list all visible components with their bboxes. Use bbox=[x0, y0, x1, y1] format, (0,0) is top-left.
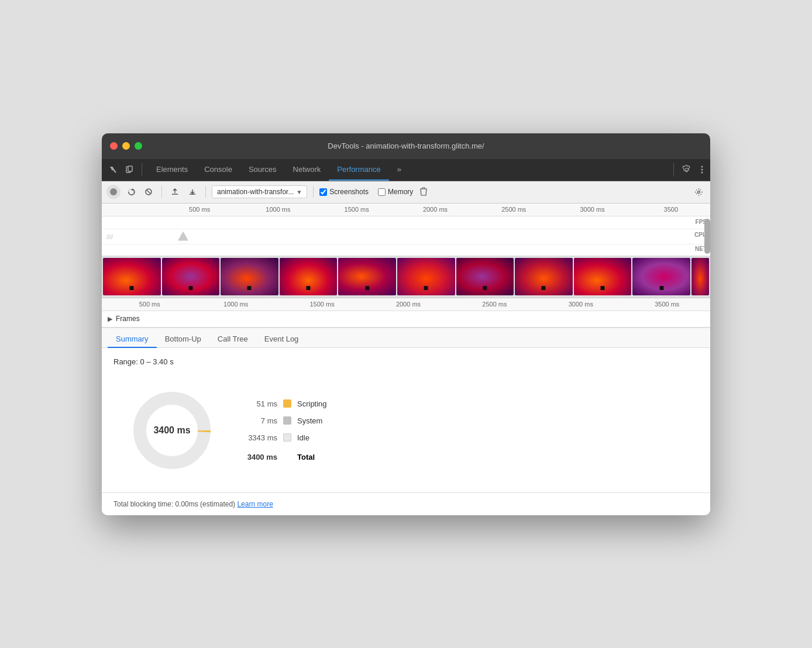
cpu-peak bbox=[178, 232, 188, 241]
film-frame-10[interactable] bbox=[632, 258, 690, 295]
panel-tabs: Summary Bottom-Up Call Tree Event Log bbox=[102, 328, 710, 348]
frames-label: Frames bbox=[116, 315, 140, 323]
device-icon[interactable] bbox=[123, 163, 136, 176]
svg-line-0 bbox=[113, 170, 116, 173]
lower-500: 500 ms bbox=[106, 301, 192, 308]
settings-icon[interactable] bbox=[680, 163, 694, 177]
idle-value: 3343 ms bbox=[242, 433, 277, 442]
total-row: 3400 ms Total bbox=[242, 453, 327, 461]
svg-rect-2 bbox=[128, 166, 132, 171]
film-frame-4[interactable] bbox=[280, 258, 338, 295]
ruler-3500: 3500 bbox=[632, 206, 710, 213]
url-selector[interactable]: animation-with-transfor... ▼ bbox=[212, 185, 307, 198]
ruler-1000: 1000 ms bbox=[239, 206, 317, 213]
lower-2500: 2500 ms bbox=[452, 301, 538, 308]
tab-summary[interactable]: Summary bbox=[108, 331, 157, 348]
upload-button[interactable] bbox=[168, 185, 182, 199]
tab-event-log[interactable]: Event Log bbox=[256, 331, 307, 348]
toolbar-divider-1 bbox=[161, 186, 162, 198]
memory-checkbox-group[interactable]: Memory bbox=[378, 188, 413, 196]
scripting-value: 51 ms bbox=[242, 399, 277, 408]
lower-2000: 2000 ms bbox=[365, 301, 451, 308]
film-frame-6[interactable] bbox=[397, 258, 455, 295]
blocking-time: Total blocking time: 0.00ms (estimated) … bbox=[102, 492, 710, 515]
lower-ruler-labels: 500 ms 1000 ms 1500 ms 2000 ms 2500 ms 3… bbox=[106, 301, 710, 308]
devtools-tab-bar: Elements Console Sources Network Perform… bbox=[102, 159, 710, 181]
screenshots-label: Screenshots bbox=[329, 188, 369, 196]
screenshots-checkbox[interactable] bbox=[319, 188, 327, 196]
clear-button[interactable] bbox=[142, 185, 156, 199]
url-text: animation-with-transfor... bbox=[217, 188, 294, 196]
performance-settings-icon[interactable] bbox=[691, 185, 706, 199]
learn-more-link[interactable]: Learn more bbox=[237, 500, 273, 508]
ruler-3000: 3000 ms bbox=[553, 206, 631, 213]
film-frame-9[interactable] bbox=[574, 258, 632, 295]
legend-scripting: 51 ms Scripting bbox=[242, 399, 327, 408]
bottom-panel: Summary Bottom-Up Call Tree Event Log Ra… bbox=[102, 328, 710, 515]
idle-name: Idle bbox=[297, 433, 327, 442]
film-frame-7[interactable] bbox=[456, 258, 514, 295]
toolbar-divider-2 bbox=[205, 186, 206, 198]
svg-point-4 bbox=[701, 169, 703, 171]
timeline-area: 500 ms 1000 ms 1500 ms 2000 ms 2500 ms 3… bbox=[102, 204, 710, 328]
tab-network[interactable]: Network bbox=[285, 158, 329, 181]
url-dropdown-icon: ▼ bbox=[296, 189, 302, 195]
minimize-button[interactable] bbox=[122, 142, 130, 150]
legend-system: 7 ms System bbox=[242, 416, 327, 425]
scrollbar-thumb[interactable] bbox=[704, 219, 710, 254]
system-name: System bbox=[297, 416, 327, 425]
record-dot-icon bbox=[110, 188, 117, 195]
filmstrip bbox=[102, 256, 710, 298]
frames-expand-icon[interactable]: ▶ bbox=[108, 315, 112, 323]
legend-idle: 3343 ms Idle bbox=[242, 433, 327, 442]
more-options-icon[interactable] bbox=[699, 163, 706, 176]
memory-checkbox[interactable] bbox=[378, 188, 386, 196]
devtools-window: DevTools - animation-with-transform.glit… bbox=[102, 133, 710, 515]
window-title: DevTools - animation-with-transform.glit… bbox=[328, 142, 484, 150]
tab-console[interactable]: Console bbox=[196, 158, 240, 181]
summary-chart-area: 3400 ms 51 ms Scripting 7 ms System bbox=[113, 378, 699, 483]
total-label: Total bbox=[297, 453, 315, 461]
inspect-icon[interactable] bbox=[106, 163, 119, 176]
system-swatch bbox=[283, 416, 291, 425]
tab-bottom-up[interactable]: Bottom-Up bbox=[157, 331, 209, 348]
idle-swatch bbox=[283, 433, 291, 442]
title-bar: DevTools - animation-with-transform.glit… bbox=[102, 133, 710, 159]
svg-line-7 bbox=[147, 190, 150, 194]
frames-row: ▶ Frames bbox=[102, 311, 710, 328]
film-frame-8[interactable] bbox=[515, 258, 573, 295]
memory-label: Memory bbox=[388, 188, 413, 196]
close-button[interactable] bbox=[110, 142, 118, 150]
screenshots-checkbox-group[interactable]: Screenshots bbox=[319, 188, 369, 196]
reload-button[interactable] bbox=[124, 185, 138, 199]
film-frame-2[interactable] bbox=[162, 258, 220, 295]
upper-ruler: 500 ms 1000 ms 1500 ms 2000 ms 2500 ms 3… bbox=[102, 204, 710, 216]
tab-more[interactable]: » bbox=[389, 158, 410, 181]
svg-point-5 bbox=[701, 172, 703, 174]
lower-1000: 1000 ms bbox=[192, 301, 278, 308]
total-value: 3400 ms bbox=[242, 453, 277, 461]
film-frame-3[interactable] bbox=[221, 258, 278, 295]
tab-sources[interactable]: Sources bbox=[240, 158, 285, 181]
devtools-icons bbox=[106, 163, 142, 176]
maximize-button[interactable] bbox=[135, 142, 142, 150]
performance-toolbar: animation-with-transfor... ▼ Screenshots… bbox=[102, 181, 710, 204]
tab-performance[interactable]: Performance bbox=[329, 158, 388, 181]
lower-3000: 3000 ms bbox=[538, 301, 624, 308]
tab-call-tree[interactable]: Call Tree bbox=[209, 331, 256, 348]
film-frame-5[interactable] bbox=[338, 258, 396, 295]
right-icons bbox=[673, 163, 706, 177]
summary-content: Range: 0 – 3.40 s 3400 ms bbox=[102, 348, 710, 492]
traffic-lights bbox=[110, 142, 142, 150]
system-value: 7 ms bbox=[242, 416, 277, 425]
trash-button[interactable] bbox=[417, 185, 431, 199]
download-button[interactable] bbox=[185, 185, 199, 199]
svg-point-8 bbox=[697, 191, 700, 193]
film-frame-1[interactable] bbox=[103, 258, 161, 295]
film-frame-11[interactable] bbox=[691, 258, 709, 295]
record-button[interactable] bbox=[106, 185, 121, 199]
tab-elements[interactable]: Elements bbox=[148, 158, 196, 181]
summary-legend: 51 ms Scripting 7 ms System 3343 ms Idle bbox=[242, 399, 327, 461]
lower-1500: 1500 ms bbox=[279, 301, 365, 308]
ruler-500: 500 ms bbox=[160, 206, 239, 213]
